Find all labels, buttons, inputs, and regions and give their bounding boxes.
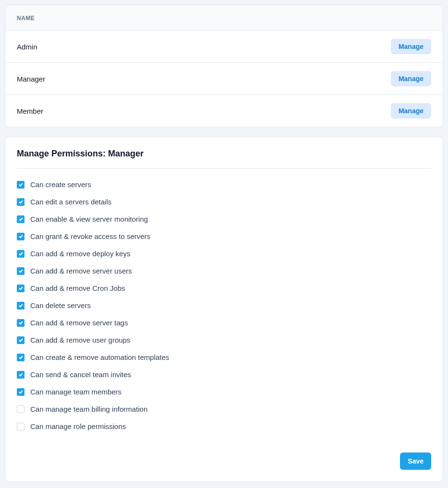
permission-checkbox[interactable] (17, 215, 24, 223)
permission-label[interactable]: Can enable & view server monitoring (30, 215, 148, 223)
permission-item: Can edit a servers details (17, 198, 431, 206)
permission-checkbox[interactable] (17, 319, 24, 327)
permissions-title: Manage Permissions: Manager (17, 149, 431, 169)
permission-checkbox[interactable] (17, 267, 24, 275)
check-icon (18, 251, 24, 256)
permission-item: Can manage team members (17, 388, 431, 396)
permission-label[interactable]: Can grant & revoke access to servers (30, 232, 150, 240)
manage-button[interactable]: Manage (391, 103, 431, 119)
check-icon (18, 234, 24, 239)
permission-checkbox[interactable] (17, 354, 24, 361)
roles-table-header: Name (5, 5, 443, 31)
permission-checkbox[interactable] (17, 302, 24, 309)
permission-label[interactable]: Can add & remove user groups (30, 336, 130, 344)
permission-label[interactable]: Can manage role permissions (30, 422, 126, 430)
permission-checkbox[interactable] (17, 405, 24, 413)
check-icon (18, 182, 24, 187)
check-icon (18, 337, 24, 343)
permission-label[interactable]: Can add & remove deploy keys (30, 250, 130, 258)
permissions-footer: Save (17, 444, 431, 470)
permission-item: Can add & remove Cron Jobs (17, 284, 431, 292)
role-row: AdminManage (5, 31, 443, 63)
permission-label[interactable]: Can send & cancel team invites (30, 370, 131, 379)
permission-checkbox[interactable] (17, 250, 24, 258)
permission-item: Can grant & revoke access to servers (17, 232, 431, 240)
roles-table-card: Name AdminManageManagerManageMemberManag… (5, 5, 443, 127)
permissions-list: Can create serversCan edit a servers det… (17, 180, 431, 430)
permission-checkbox[interactable] (17, 198, 24, 206)
permission-checkbox[interactable] (17, 388, 24, 396)
check-icon (18, 303, 24, 308)
role-row: MemberManage (5, 95, 443, 127)
permission-item: Can add & remove user groups (17, 336, 431, 344)
permission-label[interactable]: Can manage team members (30, 388, 121, 396)
permission-checkbox[interactable] (17, 181, 24, 189)
permission-item: Can add & remove server users (17, 267, 431, 275)
check-icon (18, 389, 24, 394)
role-row: ManagerManage (5, 63, 443, 95)
permission-item: Can manage role permissions (17, 422, 431, 430)
check-icon (18, 320, 24, 325)
permission-checkbox[interactable] (17, 285, 24, 292)
permission-item: Can manage team billing information (17, 405, 431, 413)
role-name: Manager (17, 75, 45, 83)
permission-label[interactable]: Can add & remove server users (30, 267, 132, 275)
permission-label[interactable]: Can edit a servers details (30, 198, 111, 206)
permission-label[interactable]: Can add & remove Cron Jobs (30, 284, 125, 292)
permission-checkbox[interactable] (17, 423, 24, 430)
manage-button[interactable]: Manage (391, 71, 431, 86)
manage-button[interactable]: Manage (391, 39, 431, 54)
save-button[interactable]: Save (400, 452, 431, 470)
role-name: Member (17, 107, 43, 115)
permission-checkbox[interactable] (17, 233, 24, 240)
check-icon (18, 286, 24, 291)
permission-item: Can create & remove automation templates (17, 353, 431, 361)
permission-label[interactable]: Can manage team billing information (30, 405, 147, 413)
roles-table-header-name: Name (17, 15, 35, 22)
permission-item: Can create servers (17, 180, 431, 189)
permission-item: Can add & remove deploy keys (17, 250, 431, 258)
permission-checkbox[interactable] (17, 336, 24, 344)
permission-item: Can enable & view server monitoring (17, 215, 431, 223)
check-icon (18, 216, 24, 222)
permission-item: Can send & cancel team invites (17, 370, 431, 379)
permission-label[interactable]: Can add & remove server tags (30, 319, 128, 327)
permission-item: Can delete servers (17, 301, 431, 309)
permissions-card: Manage Permissions: Manager Can create s… (5, 137, 443, 482)
permission-label[interactable]: Can create & remove automation templates (30, 353, 169, 361)
check-icon (18, 355, 24, 360)
permission-label[interactable]: Can create servers (30, 180, 91, 189)
check-icon (18, 268, 24, 274)
check-icon (18, 199, 24, 204)
permission-item: Can add & remove server tags (17, 319, 431, 327)
permission-label[interactable]: Can delete servers (30, 301, 91, 309)
check-icon (18, 372, 24, 377)
role-name: Admin (17, 43, 37, 51)
permission-checkbox[interactable] (17, 371, 24, 379)
